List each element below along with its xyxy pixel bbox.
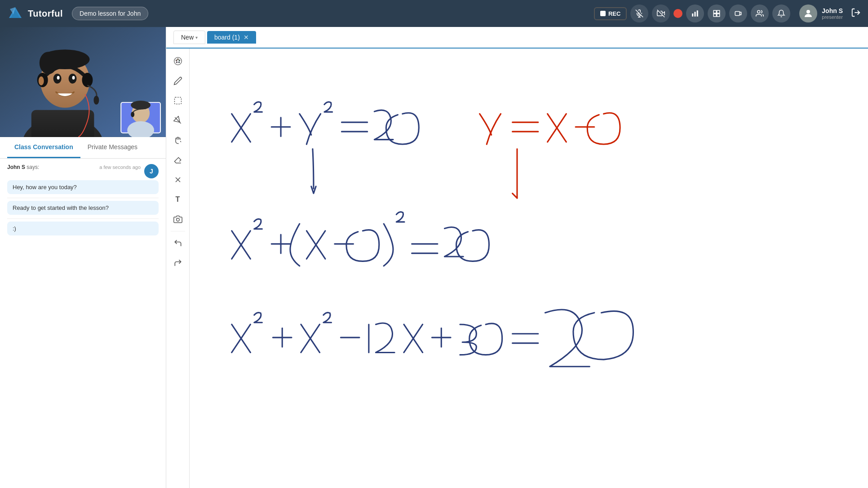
camera-icon: [173, 215, 182, 224]
mute-audio-button[interactable]: [630, 4, 648, 22]
svg-point-29: [57, 76, 60, 80]
mute-video-button[interactable]: [652, 4, 670, 22]
new-tab-label: New: [181, 34, 194, 41]
svg-point-30: [72, 76, 75, 80]
user-avatar: [799, 4, 817, 22]
text-icon: T: [176, 195, 180, 204]
main-video: [0, 27, 166, 137]
svg-line-44: [175, 117, 181, 123]
delete-button[interactable]: [169, 171, 187, 189]
screen-share-icon: [734, 9, 742, 18]
hand-icon: [173, 136, 182, 145]
camera-muted-icon: [657, 9, 665, 18]
svg-rect-11: [717, 10, 720, 13]
chat-tabs: Class Conversation Private Messages: [0, 137, 166, 159]
layout-icon: [713, 9, 721, 18]
avatar-icon: [803, 8, 814, 19]
hand-tool-button[interactable]: [169, 131, 187, 149]
svg-point-15: [806, 10, 810, 13]
toolbar-divider: [171, 231, 185, 231]
svg-point-40: [179, 60, 180, 61]
message-bubble-3: :): [7, 222, 159, 235]
rec-indicator: [600, 11, 606, 16]
redo-icon: [173, 258, 182, 267]
camera-tool-button[interactable]: [169, 210, 187, 228]
message-sender-1: John S says:: [7, 164, 39, 170]
svg-rect-8: [695, 12, 696, 17]
chat-messages: J John S says: a few seconds ago Hey, ho…: [0, 159, 166, 488]
svg-point-38: [176, 60, 177, 61]
redo-button[interactable]: [169, 254, 187, 272]
message-bubble-2: Ready to get started with the lesson?: [7, 201, 159, 215]
user-info: John S presenter: [822, 7, 843, 20]
color-palette-button[interactable]: [169, 52, 187, 70]
eraser-icon: [173, 155, 182, 164]
pencil-button[interactable]: [169, 72, 187, 90]
select-button[interactable]: [169, 92, 187, 110]
svg-rect-43: [174, 98, 181, 104]
svg-point-42: [176, 62, 177, 63]
transform-icon: [173, 116, 182, 125]
tutorful-logo-icon: [7, 5, 23, 22]
record-button[interactable]: REC: [594, 7, 627, 20]
divider-1: [7, 198, 159, 198]
whiteboard-canvas[interactable]: .math-blue { fill: none; stroke: #2c3e7a…: [190, 49, 868, 488]
svg-rect-7: [692, 13, 694, 17]
right-panel: New ▾ board (1) ✕: [166, 27, 868, 488]
drawing-toolbar: T: [166, 49, 190, 488]
bell-icon: [777, 9, 785, 18]
undo-icon: [173, 239, 182, 248]
message-time-1: a few seconds ago: [99, 164, 141, 170]
screen-share-button[interactable]: [729, 4, 747, 22]
new-tab[interactable]: New ▾: [173, 31, 205, 44]
users-icon: [756, 9, 764, 18]
svg-rect-10: [714, 10, 717, 13]
undo-button[interactable]: [169, 234, 187, 252]
message-bubble-1: Hey, how are you today?: [7, 180, 159, 194]
logout-button[interactable]: [851, 8, 861, 20]
logo-area: Tutorful: [7, 5, 63, 22]
text-tool-button[interactable]: T: [169, 191, 187, 209]
svg-point-36: [131, 101, 151, 110]
svg-rect-12: [714, 14, 717, 17]
message-group-2: Ready to get started with the lesson?: [7, 201, 159, 215]
video-silhouette: [0, 27, 166, 137]
svg-point-14: [757, 10, 760, 13]
app-header: Tutorful Demo lesson for John REC: [0, 0, 868, 27]
message-avatar-1: J: [144, 164, 159, 178]
svg-point-39: [177, 59, 178, 60]
class-conversation-tab[interactable]: Class Conversation: [7, 137, 80, 158]
svg-point-22: [82, 73, 93, 87]
board-tab[interactable]: board (1) ✕: [207, 31, 256, 44]
status-indicator: [673, 9, 682, 18]
lesson-title-badge[interactable]: Demo lesson for John: [72, 7, 148, 20]
eraser-button[interactable]: [169, 151, 187, 169]
transform-button[interactable]: [169, 111, 187, 129]
chevron-down-icon: ▾: [195, 35, 198, 40]
layout-button[interactable]: [708, 4, 726, 22]
bar-chart-icon: [691, 9, 699, 18]
mic-muted-icon: [635, 9, 643, 18]
svg-rect-13: [717, 14, 720, 17]
divider-2: [7, 218, 159, 219]
select-icon: [173, 96, 182, 105]
stats-button[interactable]: [686, 4, 704, 22]
private-messages-tab[interactable]: Private Messages: [80, 137, 145, 158]
palette-icon: [173, 57, 182, 66]
main-layout: Class Conversation Private Messages J Jo…: [0, 27, 868, 488]
math-equations-svg: .math-blue { fill: none; stroke: #2c3e7a…: [190, 49, 868, 488]
svg-point-47: [176, 218, 179, 222]
notifications-button[interactable]: [772, 4, 790, 22]
left-panel: Class Conversation Private Messages J Jo…: [0, 27, 166, 488]
message-group-1: J John S says: a few seconds ago Hey, ho…: [7, 164, 159, 194]
participants-button[interactable]: [751, 4, 769, 22]
username: John S: [822, 7, 843, 14]
board-tab-label: board (1): [214, 34, 240, 41]
logo-text: Tutorful: [28, 9, 63, 19]
pencil-icon: [173, 76, 182, 85]
svg-point-23: [93, 96, 99, 105]
tab-bar: New ▾ board (1) ✕: [166, 27, 868, 49]
svg-rect-19: [31, 110, 94, 137]
close-tab-button[interactable]: ✕: [244, 34, 249, 40]
svg-rect-9: [697, 10, 698, 17]
